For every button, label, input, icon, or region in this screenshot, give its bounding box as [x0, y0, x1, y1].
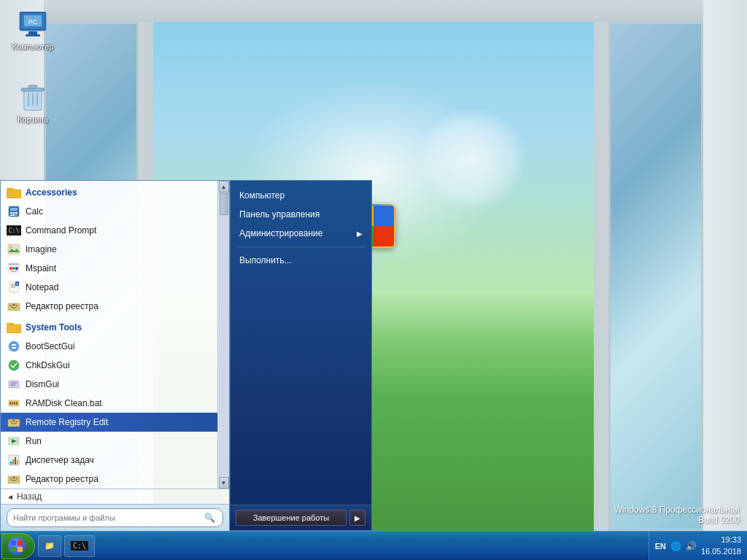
windows-version: Windows 8 Профессиональная Build 9200: [614, 505, 740, 525]
tray-network-icon[interactable]: 🌐: [670, 541, 681, 551]
right-menu-control[interactable]: Панель управления: [231, 206, 371, 223]
back-button[interactable]: ◄ Назад: [1, 489, 229, 504]
regedit-label: Редактор реестра: [26, 301, 98, 311]
start-menu: ▲ ▼ Accessories: [0, 180, 372, 531]
tray-date-display: 16.05.2018: [701, 546, 741, 557]
taskbar-item-cmd[interactable]: C:\: [64, 535, 95, 557]
window-glass-right: [608, 22, 703, 531]
svg-rect-50: [14, 402, 15, 405]
menu-item-regedit2[interactable]: Редактор реестра: [1, 470, 229, 489]
menu-item-calc[interactable]: Calc: [1, 202, 229, 221]
tray-language[interactable]: EN: [655, 542, 666, 551]
svg-rect-59: [10, 462, 12, 464]
imagine-label: Imagine: [26, 244, 57, 254]
menu-item-imagine[interactable]: Imagine: [1, 240, 229, 259]
svg-rect-17: [13, 212, 15, 214]
taskmgr-label: Диспетчер задач: [26, 455, 94, 465]
svg-point-64: [13, 477, 15, 479]
svg-rect-51: [16, 402, 18, 405]
right-menu-admin[interactable]: Администрирование ▶: [231, 225, 371, 242]
ramdisk-icon: [7, 396, 21, 411]
start-menu-list: ▲ ▼ Accessories: [1, 181, 229, 489]
menu-item-remotereg[interactable]: Remote Registry Edit: [1, 413, 229, 432]
shutdown-button[interactable]: Завершение работы: [236, 510, 347, 526]
menu-item-cmd[interactable]: C:\ Command Prompt: [1, 221, 229, 240]
chkdsk-icon: [7, 358, 21, 373]
svg-point-38: [16, 305, 18, 306]
svg-point-27: [12, 267, 15, 270]
right-admin-label: Администрирование: [239, 228, 322, 238]
scroll-up-btn[interactable]: ▲: [219, 181, 229, 192]
regedit2-icon: [7, 472, 21, 486]
svg-rect-20: [13, 214, 15, 216]
right-menu-run[interactable]: Выполнить...: [231, 252, 371, 269]
svg-rect-19: [10, 214, 12, 216]
mspaint-label: Mspaint: [26, 263, 56, 273]
menu-item-taskmgr[interactable]: Диспетчер задач: [1, 451, 229, 470]
calc-icon: [7, 204, 21, 219]
svg-rect-70: [18, 547, 23, 552]
menu-item-regedit[interactable]: Редактор реестра: [1, 297, 229, 316]
svg-rect-39: [7, 324, 21, 333]
menu-item-run[interactable]: Run: [1, 432, 229, 451]
start-button[interactable]: [1, 533, 35, 559]
svg-rect-69: [11, 547, 16, 552]
remotereg-label: Remote Registry Edit: [26, 417, 108, 427]
svg-point-54: [10, 421, 12, 422]
win-version-line1: Windows 8 Профессиональная: [614, 505, 740, 515]
svg-rect-49: [12, 402, 13, 405]
tray-clock: 19:33 16.05.2018: [701, 534, 741, 557]
taskbar-item-explorer[interactable]: 📁: [38, 535, 61, 557]
menu-item-dismgui[interactable]: DismGui: [1, 375, 229, 394]
svg-rect-9: [28, 85, 37, 88]
svg-rect-15: [10, 208, 18, 211]
dismgui-label: DismGui: [26, 379, 59, 389]
svg-text:N: N: [16, 282, 18, 286]
svg-point-55: [16, 421, 18, 422]
svg-rect-48: [9, 402, 11, 405]
right-menu-computer[interactable]: Компьютер: [231, 187, 371, 204]
search-input-wrap[interactable]: 🔍: [7, 508, 223, 527]
desktop-icon-trash[interactable]: Корзина: [7, 80, 58, 127]
search-button[interactable]: 🔍: [204, 510, 217, 525]
taskbar: 📁 C:\ EN 🌐 🔊 19:33 16.05.2018: [0, 531, 747, 560]
tray-volume-icon[interactable]: 🔊: [686, 541, 697, 551]
svg-point-43: [9, 360, 19, 370]
menu-scrollbar[interactable]: ▲ ▼: [217, 181, 229, 489]
accessories-label: Accessories: [26, 187, 77, 198]
menu-item-ramdisk[interactable]: RAMDisk Clean.bat: [1, 394, 229, 413]
system-tray: EN 🌐 🔊 19:33 16.05.2018: [649, 532, 747, 560]
scroll-track: [219, 192, 229, 477]
start-search-bar: 🔍: [1, 504, 229, 531]
menu-item-notepad[interactable]: N Notepad: [1, 278, 229, 297]
menu-item-accessories: Accessories: [1, 181, 229, 202]
svg-rect-13: [7, 190, 21, 198]
menu-item-chkdsk[interactable]: ChkDskGui: [1, 356, 229, 375]
svg-rect-41: [12, 344, 16, 346]
back-arrow-icon: ◄: [7, 493, 14, 501]
svg-rect-61: [15, 457, 16, 464]
notepad-label: Notepad: [26, 282, 58, 292]
bootsect-label: BootSectGui: [26, 341, 74, 351]
scroll-thumb[interactable]: [220, 193, 228, 215]
search-input[interactable]: [13, 513, 201, 522]
shutdown-arrow-button[interactable]: ▶: [349, 510, 365, 526]
start-menu-left-panel: ▲ ▼ Accessories: [0, 180, 230, 531]
regedit2-label: Редактор реестра: [26, 474, 98, 484]
svg-rect-3: [28, 31, 37, 34]
cmd-taskbar-icon: C:\: [71, 541, 88, 551]
menu-item-mspaint[interactable]: Mspaint: [1, 259, 229, 278]
scroll-down-btn[interactable]: ▼: [219, 477, 229, 489]
menu-item-bootsect[interactable]: BootSectGui: [1, 337, 229, 356]
svg-rect-21: [15, 214, 18, 216]
desktop-icon-computer[interactable]: PC Компьютер: [7, 7, 58, 54]
computer-icon-label: Компьютер: [12, 42, 54, 51]
window-frame-top: [44, 0, 703, 22]
back-label: Назад: [17, 491, 42, 502]
svg-rect-18: [15, 212, 18, 214]
bootsect-icon: [7, 339, 21, 354]
menu-item-systemtools: System Tools: [1, 316, 229, 337]
systemtools-label: System Tools: [26, 322, 82, 332]
svg-point-37: [10, 305, 12, 306]
svg-rect-4: [26, 34, 40, 36]
